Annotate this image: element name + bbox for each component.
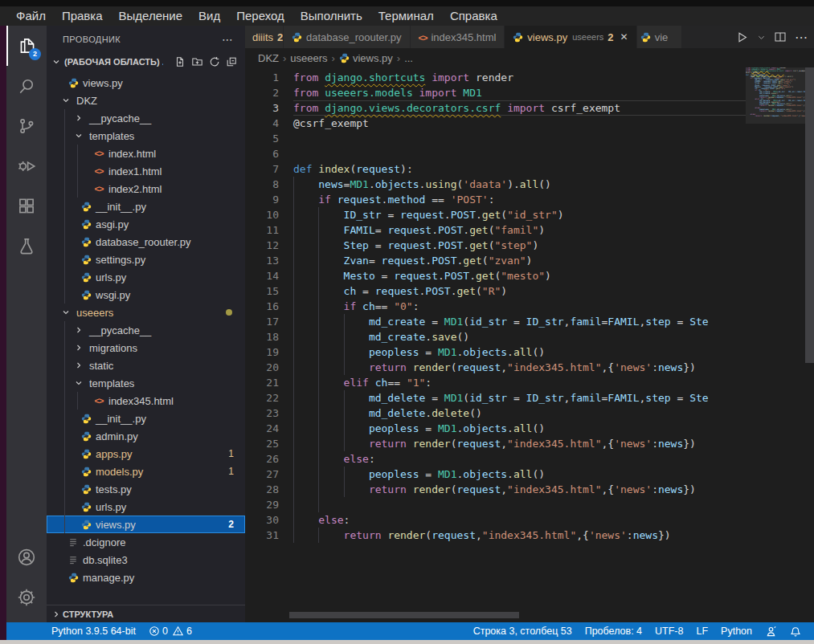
tree-item-tests.py[interactable]: tests.py <box>47 480 245 498</box>
code-line-9[interactable]: 9if request.method == 'POST': <box>245 192 746 207</box>
activity-account[interactable] <box>6 537 47 577</box>
menu-item-Выделение[interactable]: Выделение <box>111 6 190 26</box>
code-line-14[interactable]: 14Mesto = request.POST.get("mesto") <box>245 268 746 283</box>
code-line-18[interactable]: 18md_create.save() <box>245 329 746 344</box>
tree-item-manage.py[interactable]: manage.py <box>47 569 245 586</box>
tree-item-migrations[interactable]: migrations <box>47 339 245 357</box>
run-button[interactable] <box>735 31 749 44</box>
menu-item-Вид[interactable]: Вид <box>190 6 228 26</box>
tab-close-icon[interactable]: ✕ <box>620 31 628 43</box>
status-item[interactable]: Python <box>714 626 759 638</box>
status-item[interactable]: UTF-8 <box>648 626 689 638</box>
tree-item-views.py[interactable]: views.py <box>47 74 245 92</box>
new-file-icon[interactable] <box>174 56 186 67</box>
tab-index345.html[interactable]: <>index345.html <box>411 26 505 48</box>
status-item[interactable]: LF <box>689 626 714 638</box>
tree-item-static[interactable]: static <box>47 357 245 374</box>
status-python-version[interactable]: Python 3.9.5 64-bit <box>45 626 142 637</box>
code-line-12[interactable]: 12Step = request.POST.get("step") <box>245 238 746 253</box>
activity-explorer[interactable]: 2 <box>6 26 47 66</box>
breadcrumb-item-views.py[interactable]: views.py <box>339 52 393 64</box>
breadcrumb-item-DKZ[interactable]: DKZ <box>258 52 279 64</box>
code-line-24[interactable]: 24peopless = MD1.objects.all() <box>245 421 746 436</box>
activity-source-control[interactable] <box>6 106 47 146</box>
collapse-all-icon[interactable] <box>226 56 237 67</box>
tab-views.py[interactable]: views.pyuseeers2✕ <box>505 26 636 48</box>
code-line-23[interactable]: 23md_delete.delete() <box>245 406 746 421</box>
tab-diiits[interactable]: diiits2● <box>245 26 284 48</box>
tree-item-index345.html[interactable]: <>index345.html <box>47 392 245 410</box>
tree-item-templates[interactable]: templates <box>47 127 245 145</box>
tree-item-admin.py[interactable]: admin.py <box>47 427 245 445</box>
run-dropdown-button[interactable] <box>757 33 766 42</box>
code-line-27[interactable]: 27peopless = MD1.objects.all() <box>245 467 746 482</box>
code-line-5[interactable]: 5 <box>245 131 746 146</box>
tree-item-index1.html[interactable]: <>index1.html <box>47 162 245 180</box>
menu-item-Правка[interactable]: Правка <box>54 6 111 26</box>
horizontal-scrollbar[interactable] <box>289 612 519 618</box>
tree-item-apps.py[interactable]: apps.py1 <box>47 445 245 463</box>
code-line-16[interactable]: 16if ch== "0": <box>245 299 746 314</box>
tree-item-wsgi.py[interactable]: wsgi.py <box>47 286 245 304</box>
code-line-10[interactable]: 10ID_str = request.POST.get("id_str") <box>245 207 746 222</box>
vertical-scrollbar[interactable] <box>805 67 814 363</box>
code-line-22[interactable]: 22md_delete = MD1(id_str = ID_str,famil=… <box>245 390 746 406</box>
code-line-19[interactable]: 19peopless = MD1.objects.all() <box>245 344 746 360</box>
code-line-8[interactable]: 8news=MD1.objects.using('daata').all() <box>245 177 746 192</box>
breadcrumb-item-...[interactable]: ... <box>404 52 413 64</box>
code-line-31[interactable]: 31return render(request,"index345.html",… <box>245 528 746 543</box>
menu-item-Терминал[interactable]: Терминал <box>370 6 442 26</box>
tree-item-templates[interactable]: templates <box>47 374 245 392</box>
code-line-2[interactable]: 2from useeers.models import MD1 <box>245 85 746 100</box>
activity-extensions[interactable] <box>6 186 47 226</box>
activity-testing[interactable] <box>6 226 47 267</box>
tab-database_roouter.py[interactable]: database_roouter.py <box>284 26 411 48</box>
code-line-13[interactable]: 13Zvan= request.POST.get("zvan") <box>245 253 746 268</box>
code-line-28[interactable]: 28return render(request,"index345.html",… <box>245 482 746 497</box>
activity-run-and-debug[interactable] <box>6 146 47 186</box>
code-editor[interactable]: 1from django.shortcuts import render2fro… <box>245 67 746 598</box>
menu-item-Переход[interactable]: Переход <box>228 6 292 26</box>
code-line-29[interactable]: 29 <box>245 497 746 512</box>
code-line-30[interactable]: 30else: <box>245 512 746 528</box>
code-line-25[interactable]: 25return render(request,"index345.html",… <box>245 436 746 451</box>
tree-item-__init__.py[interactable]: __init__.py <box>47 410 245 427</box>
status-problems[interactable]: 06 <box>142 626 198 637</box>
menu-item-Выполнить[interactable]: Выполнить <box>292 6 370 26</box>
tree-item-db.sqlite3[interactable]: db.sqlite3 <box>47 551 245 569</box>
tree-item-models.py[interactable]: models.py1 <box>47 463 245 480</box>
tree-item-__pycache__[interactable]: __pycache__ <box>47 321 245 339</box>
code-line-11[interactable]: 11FAMIL= request.POST.get("famil") <box>245 222 746 238</box>
tree-item-database_roouter.py[interactable]: database_roouter.py <box>47 233 245 251</box>
tree-item-index.html[interactable]: <>index.html <box>47 145 245 162</box>
breadcrumb-item-useeers[interactable]: useeers <box>290 52 327 64</box>
code-line-6[interactable]: 6 <box>245 146 746 161</box>
tree-item-DKZ[interactable]: DKZ <box>47 92 245 109</box>
tab-vie[interactable]: vie <box>637 26 682 48</box>
code-line-20[interactable]: 20return render(request,"index345.html",… <box>245 360 746 375</box>
more-actions-button[interactable]: ⋯ <box>795 30 808 45</box>
code-line-7[interactable]: 7def index(request): <box>245 161 746 177</box>
refresh-icon[interactable] <box>209 56 220 67</box>
tree-item-asgi.py[interactable]: asgi.py <box>47 215 245 233</box>
workspace-section-header[interactable]: (РАБОЧАЯ ОБЛАСТЬ) ... <box>47 53 245 71</box>
menu-item-Файл[interactable]: Файл <box>8 6 54 26</box>
split-editor-button[interactable] <box>774 31 787 43</box>
minimap[interactable]: from django.shortcuts import renderfrom … <box>746 67 805 613</box>
code-line-1[interactable]: 1from django.shortcuts import render <box>245 70 746 85</box>
tree-item-index2.html[interactable]: <>index2.html <box>47 180 245 198</box>
new-folder-icon[interactable] <box>191 56 203 67</box>
status-item[interactable]: Пробелов: 4 <box>579 626 648 638</box>
status-feedback[interactable] <box>759 626 783 638</box>
tree-item-settings.py[interactable]: settings.py <box>47 251 245 268</box>
code-line-26[interactable]: 26else: <box>245 451 746 467</box>
outline-section-header[interactable]: СТРУКТУРА <box>47 605 245 622</box>
tree-item-useeers[interactable]: useeers <box>47 304 245 321</box>
code-line-15[interactable]: 15ch = request.POST.get("R") <box>245 283 746 299</box>
tree-item-.dcignore[interactable]: .dcignore <box>47 533 245 551</box>
code-line-4[interactable]: 4@csrf_exempt <box>245 116 746 131</box>
tree-item-urls.py[interactable]: urls.py <box>47 268 245 286</box>
more-actions-icon[interactable]: ⋯ <box>222 33 234 46</box>
menu-item-Справка[interactable]: Справка <box>442 6 505 26</box>
tree-item-urls.py[interactable]: urls.py <box>47 498 245 516</box>
